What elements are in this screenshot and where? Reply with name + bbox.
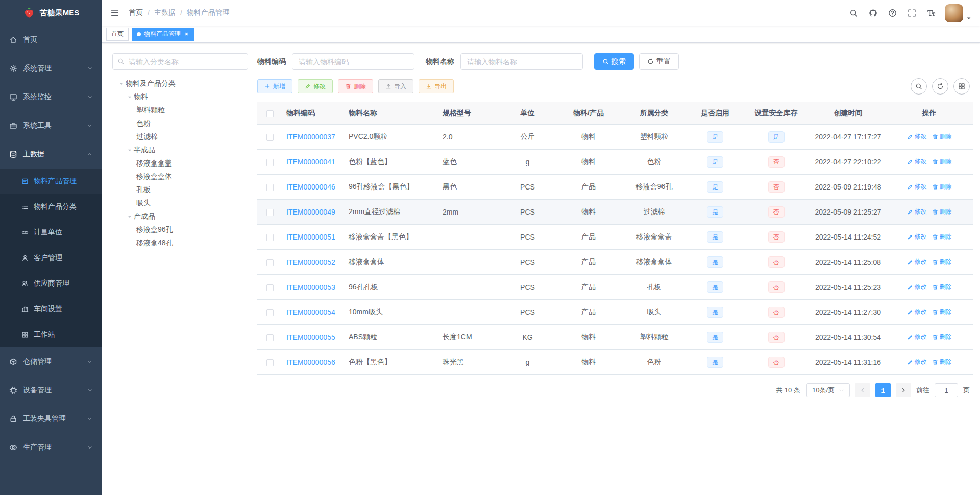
- sidebar-item-system-tools[interactable]: 系统工具: [0, 111, 102, 140]
- row-checkbox[interactable]: [266, 234, 274, 241]
- sidebar-item-equipment-mgmt[interactable]: 设备管理: [0, 376, 102, 405]
- material-code-link[interactable]: ITEM00000046: [286, 183, 335, 191]
- sidebar-item-system-mgmt[interactable]: 系统管理: [0, 54, 102, 83]
- tree-node[interactable]: 过滤棉: [112, 130, 248, 144]
- edit-row-link[interactable]: 修改: [907, 232, 927, 241]
- edit-row-link[interactable]: 修改: [907, 282, 927, 291]
- delete-button[interactable]: 删除: [338, 79, 373, 93]
- breadcrumb-item[interactable]: 主数据: [154, 8, 176, 17]
- user-menu[interactable]: [941, 0, 977, 26]
- tree-node[interactable]: 移液盒48孔: [112, 237, 248, 250]
- tree-node[interactable]: 产成品: [112, 210, 248, 223]
- sidebar-item-master-data[interactable]: 主数据: [0, 140, 102, 169]
- sidebar-item-production-mgmt[interactable]: 生产管理: [0, 433, 102, 462]
- material-code-link[interactable]: ITEM00000052: [286, 258, 335, 266]
- breadcrumb-item[interactable]: 物料产品管理: [187, 8, 230, 17]
- tree-node[interactable]: 孔板: [112, 183, 248, 197]
- material-code-input[interactable]: [292, 53, 414, 70]
- tab-home[interactable]: 首页: [106, 28, 129, 41]
- material-code-link[interactable]: ITEM00000054: [286, 308, 335, 316]
- sidebar-item-measure-unit[interactable]: 计量单位: [0, 220, 102, 245]
- sidebar-item-workstation[interactable]: 工作站: [0, 322, 102, 347]
- navbar-help-button[interactable]: [883, 0, 902, 26]
- prev-page-button[interactable]: [855, 383, 870, 397]
- columns-button[interactable]: [953, 78, 970, 95]
- sidebar-item-material-product-category[interactable]: 物料产品分类: [0, 194, 102, 220]
- reset-button[interactable]: 重置: [639, 53, 679, 70]
- sidebar-item-system-monitor[interactable]: 系统监控: [0, 83, 102, 111]
- tree-node[interactable]: 色粉: [112, 117, 248, 130]
- material-code-link[interactable]: ITEM00000056: [286, 358, 335, 366]
- tree-node[interactable]: 塑料颗粒: [112, 104, 248, 117]
- delete-row-link[interactable]: 删除: [932, 157, 952, 166]
- row-checkbox[interactable]: [266, 359, 274, 366]
- delete-row-link[interactable]: 删除: [932, 232, 952, 241]
- row-checkbox[interactable]: [266, 134, 274, 141]
- goto-page-input[interactable]: [935, 383, 958, 397]
- row-checkbox[interactable]: [266, 259, 274, 266]
- edit-row-link[interactable]: 修改: [907, 182, 927, 191]
- import-button[interactable]: 导入: [378, 79, 413, 93]
- edit-row-link[interactable]: 修改: [907, 257, 927, 266]
- tree-node[interactable]: 物料: [112, 90, 248, 104]
- material-code-link[interactable]: ITEM00000041: [286, 158, 335, 166]
- material-code-link[interactable]: ITEM00000049: [286, 208, 335, 216]
- tab-material-product[interactable]: 物料产品管理: [132, 28, 194, 41]
- delete-row-link[interactable]: 删除: [932, 257, 952, 266]
- next-page-button[interactable]: [896, 383, 911, 397]
- navbar-search-button[interactable]: [844, 0, 863, 26]
- edit-row-link[interactable]: 修改: [907, 132, 927, 141]
- edit-row-link[interactable]: 修改: [907, 358, 927, 366]
- export-button[interactable]: 导出: [419, 79, 454, 93]
- delete-row-link[interactable]: 删除: [932, 207, 952, 216]
- hamburger-button[interactable]: [102, 0, 128, 26]
- tree-node[interactable]: 物料及产品分类: [112, 77, 248, 90]
- refresh-button[interactable]: [932, 78, 948, 95]
- sidebar-item-warehouse-mgmt[interactable]: 仓储管理: [0, 347, 102, 376]
- tree-node[interactable]: 半成品: [112, 144, 248, 157]
- sidebar-item-customer-mgmt[interactable]: 客户管理: [0, 245, 102, 271]
- row-checkbox[interactable]: [266, 334, 274, 341]
- row-checkbox[interactable]: [266, 184, 274, 191]
- row-checkbox[interactable]: [266, 159, 274, 166]
- edit-row-link[interactable]: 修改: [907, 207, 927, 216]
- page-number-button[interactable]: 1: [875, 383, 891, 397]
- navbar-font-size-button[interactable]: [921, 0, 941, 26]
- navbar-github-button[interactable]: [863, 0, 883, 26]
- edit-row-link[interactable]: 修改: [907, 308, 927, 316]
- add-button[interactable]: 新增: [257, 79, 292, 93]
- navbar-fullscreen-button[interactable]: [902, 0, 921, 26]
- edit-button[interactable]: 修改: [298, 79, 333, 93]
- select-all-checkbox[interactable]: [266, 110, 274, 117]
- material-code-link[interactable]: ITEM00000051: [286, 233, 335, 241]
- category-search-input[interactable]: [112, 53, 248, 70]
- tree-node[interactable]: 移液盒96孔: [112, 223, 248, 237]
- tab-close-icon[interactable]: [184, 31, 189, 37]
- material-code-link[interactable]: ITEM00000053: [286, 283, 335, 291]
- sidebar-item-home[interactable]: 首页: [0, 26, 102, 54]
- row-checkbox[interactable]: [266, 309, 274, 316]
- row-checkbox[interactable]: [266, 209, 274, 216]
- sidebar-item-material-product-mgmt[interactable]: 物料产品管理: [0, 169, 102, 194]
- sidebar-item-fixture-mgmt[interactable]: 工装夹具管理: [0, 405, 102, 433]
- delete-row-link[interactable]: 删除: [932, 308, 952, 316]
- page-size-select[interactable]: 10条/页: [806, 383, 850, 397]
- toggle-search-button[interactable]: [911, 78, 927, 95]
- sidebar-item-supplier-mgmt[interactable]: 供应商管理: [0, 271, 102, 296]
- delete-row-link[interactable]: 删除: [932, 182, 952, 191]
- sidebar-item-workshop-settings[interactable]: 车间设置: [0, 296, 102, 322]
- app-logo[interactable]: 苦糖果MES: [0, 0, 102, 26]
- delete-row-link[interactable]: 删除: [932, 358, 952, 366]
- edit-row-link[interactable]: 修改: [907, 333, 927, 341]
- material-name-input[interactable]: [460, 53, 583, 70]
- edit-row-link[interactable]: 修改: [907, 157, 927, 166]
- delete-row-link[interactable]: 删除: [932, 282, 952, 291]
- delete-row-link[interactable]: 删除: [932, 132, 952, 141]
- tree-node[interactable]: 吸头: [112, 197, 248, 210]
- tree-node[interactable]: 移液盒盒体: [112, 170, 248, 183]
- search-button[interactable]: 搜索: [594, 53, 634, 70]
- row-checkbox[interactable]: [266, 284, 274, 291]
- delete-row-link[interactable]: 删除: [932, 333, 952, 341]
- material-code-link[interactable]: ITEM00000055: [286, 333, 335, 341]
- material-code-link[interactable]: ITEM00000037: [286, 133, 335, 141]
